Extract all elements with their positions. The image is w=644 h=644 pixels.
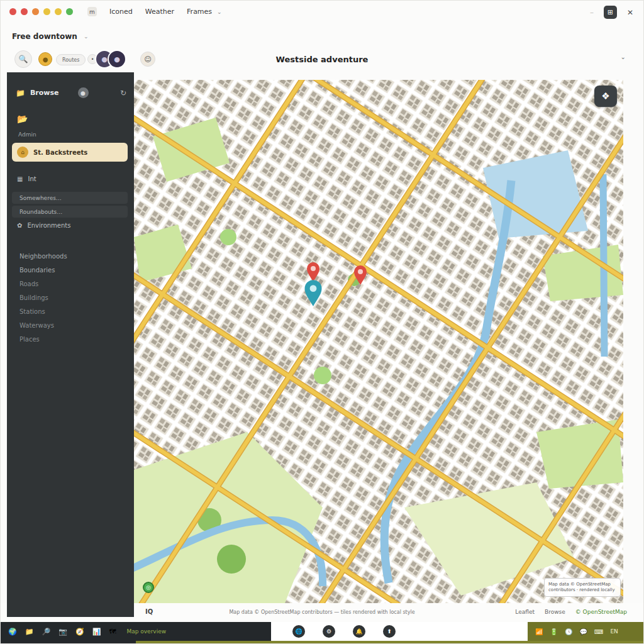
page-title: Free downtown — [12, 32, 77, 41]
map-attribution: Map data © OpenStreetMap contributors · … — [544, 578, 621, 597]
dock-left-label: Map overview — [126, 628, 166, 635]
location-icon: ◎ — [146, 584, 151, 591]
dock-strip-dark-segment — [1, 641, 136, 644]
sidebar-subitem[interactable]: Somewheres… — [12, 192, 128, 204]
web-button[interactable]: 🌐 — [292, 625, 305, 638]
chevron-down-icon[interactable]: ⌄ — [621, 53, 626, 60]
close-window-button[interactable] — [9, 8, 16, 15]
search-icon[interactable]: 🔎 — [42, 628, 50, 636]
dock-right-segment: 📶 🔋 🕓 💬 ⌨ EN — [528, 622, 643, 641]
status-left-label: IQ — [145, 608, 153, 615]
leaf-icon: ✿ — [17, 222, 22, 229]
title-row: Free downtown ⌄ — [12, 32, 88, 41]
menu-item-1[interactable]: Iconed — [109, 8, 133, 16]
title-caret-icon[interactable]: ⌄ — [84, 33, 89, 40]
home-icon: ⌂ — [17, 147, 28, 158]
menu-bar: m Iconed Weather Frames ⌄ – ⊞ ✕ — [1, 1, 643, 22]
restore-window-button[interactable] — [43, 8, 50, 15]
menu-caret-icon[interactable]: ⌄ — [217, 9, 222, 15]
restore-alt-button[interactable] — [55, 8, 62, 15]
status-attribution: Map data © OpenStreetMap contributors — … — [189, 609, 455, 615]
app-grid-icon[interactable]: ⊞ — [604, 6, 617, 19]
folder-open-icon[interactable]: 📂 — [17, 114, 28, 124]
sidebar-list-header[interactable]: ▦ Int — [17, 175, 36, 182]
status-leaflet-link[interactable]: Leaflet — [515, 609, 535, 615]
dock-middle-segment: 🌐 ⚙ 🔔 ⬆ — [271, 622, 528, 641]
clock-icon[interactable]: 🕓 — [565, 628, 572, 635]
sidebar-item[interactable]: Neighborhoods — [19, 250, 128, 264]
toolbar: 🔍 ● Routes • ● ● ☺ Westside adventure ⌄ — [1, 48, 643, 74]
app-window: m Iconed Weather Frames ⌄ – ⊞ ✕ Free dow… — [0, 0, 644, 644]
attribution-line-2[interactable]: contributors · rendered locally — [548, 587, 616, 593]
sidebar-item-active[interactable]: ⌂ St. Backstreets — [12, 143, 128, 162]
map-tiles — [134, 80, 623, 603]
current-location-marker[interactable]: ◎ — [143, 582, 154, 593]
layers-icon: ❖ — [601, 91, 609, 102]
minimize-icon[interactable]: – — [590, 8, 594, 17]
notifications-button[interactable]: 🔔 — [353, 625, 365, 638]
sidebar-subitem[interactable]: Roundabouts… — [12, 206, 128, 218]
close-alt-button[interactable] — [21, 8, 28, 15]
sidebar-item[interactable]: Places — [19, 333, 128, 347]
folder-icon[interactable]: 📁 — [25, 628, 34, 636]
close-icon[interactable]: ✕ — [627, 8, 633, 17]
sidebar-list-label: Int — [28, 175, 36, 182]
menu-item-3[interactable]: Frames — [187, 8, 212, 16]
window-controls — [9, 8, 73, 15]
layers-button[interactable]: ❖ — [594, 86, 617, 107]
minimize-window-button[interactable] — [32, 8, 39, 15]
chat-icon[interactable]: 💬 — [579, 628, 587, 635]
settings-button[interactable]: ⚙ — [323, 625, 335, 638]
dock-accent-strip — [1, 641, 643, 644]
status-right-group: Leaflet Browse © OpenStreetMap — [515, 609, 627, 615]
sidebar-item[interactable]: Boundaries — [19, 264, 128, 277]
map-canvas[interactable]: ❖ Map data © OpenStreetMap contributors … — [134, 80, 623, 603]
sidebar-item[interactable]: Roads — [19, 277, 128, 291]
map-title: Westside adventure — [1, 55, 643, 64]
sidebar-item[interactable]: Waterways — [19, 319, 128, 333]
attribution-line-1: Map data © OpenStreetMap — [548, 582, 616, 587]
menu-item-2[interactable]: Weather — [145, 8, 174, 16]
battery-icon[interactable]: 🔋 — [550, 628, 557, 635]
compass-icon[interactable]: 🧭 — [75, 628, 84, 636]
app-icon: m — [87, 7, 97, 16]
signal-icon[interactable]: 📶 — [535, 628, 543, 635]
sidebar-item[interactable]: Stations — [19, 305, 128, 319]
sidebar-avatar[interactable]: ● — [78, 87, 89, 98]
status-osm-link[interactable]: © OpenStreetMap — [575, 609, 627, 615]
input-language-label[interactable]: EN — [610, 628, 618, 635]
chart-icon[interactable]: 📊 — [92, 628, 101, 636]
keyboard-icon[interactable]: ⌨ — [594, 628, 603, 635]
folder-icon: 📁 — [16, 89, 25, 97]
menu-right-controls: – ⊞ ✕ — [590, 6, 633, 19]
dock-bar: 🌍 📁 🔎 📷 🧭 📊 🗺 Map overview 🌐 ⚙ 🔔 ⬆ 📶 🔋 🕓… — [1, 622, 643, 641]
sidebar-item-list: Neighborhoods Boundaries Roads Buildings… — [19, 250, 128, 347]
globe-icon[interactable]: 🌍 — [8, 628, 17, 636]
sidebar-header: 📁 Browse ● ↻ — [16, 87, 126, 98]
sidebar-item-environments[interactable]: ✿ Environments — [17, 222, 70, 229]
camera-icon[interactable]: 📷 — [58, 628, 67, 636]
sidebar-item[interactable]: Buildings — [19, 291, 128, 305]
refresh-icon[interactable]: ↻ — [120, 89, 126, 97]
status-browse-link[interactable]: Browse — [545, 609, 565, 615]
menu-items: m Iconed Weather Frames ⌄ — [87, 7, 222, 16]
map-icon[interactable]: 🗺 — [109, 628, 116, 636]
sidebar-env-label: Environments — [27, 222, 70, 229]
upload-button[interactable]: ⬆ — [383, 625, 396, 638]
sidebar-section-label: Admin — [18, 131, 36, 138]
sidebar-browse-label[interactable]: Browse — [30, 89, 59, 97]
grid-icon: ▦ — [17, 175, 23, 182]
dock-left-segment: 🌍 📁 🔎 📷 🧭 📊 🗺 Map overview — [1, 622, 271, 641]
sidebar: 📁 Browse ● ↻ 📂 Admin ⌂ St. Backstreets ▦… — [7, 72, 134, 617]
zoom-window-button[interactable] — [66, 8, 73, 15]
sidebar-active-label: St. Backstreets — [33, 149, 87, 156]
